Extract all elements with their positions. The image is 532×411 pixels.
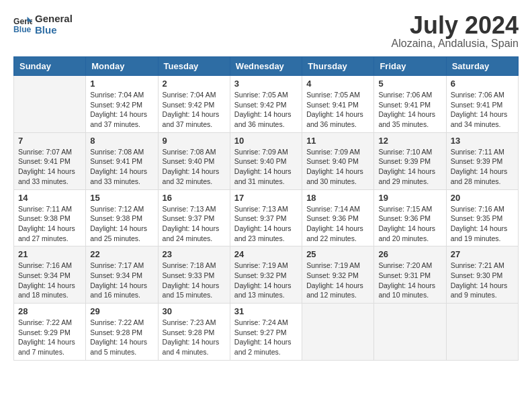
day-number: 2 (163, 79, 226, 89)
calendar-cell: 12Sunrise: 7:10 AMSunset: 9:39 PMDayligh… (374, 132, 446, 189)
day-number: 4 (306, 79, 369, 89)
day-info: Sunrise: 7:10 AMSunset: 9:39 PMDaylight:… (378, 147, 441, 187)
day-number: 30 (163, 306, 226, 316)
month-year-title: July 2024 (392, 13, 519, 38)
day-number: 14 (18, 193, 81, 203)
calendar-cell (14, 76, 86, 133)
calendar-cell: 23Sunrise: 7:18 AMSunset: 9:33 PMDayligh… (158, 246, 230, 304)
calendar-cell: 3Sunrise: 7:05 AMSunset: 9:42 PMDaylight… (230, 76, 302, 133)
calendar-cell: 2Sunrise: 7:04 AMSunset: 9:42 PMDaylight… (158, 76, 230, 133)
day-info: Sunrise: 7:17 AMSunset: 9:34 PMDaylight:… (90, 261, 153, 300)
day-number: 20 (451, 193, 514, 203)
day-number: 22 (90, 249, 153, 259)
day-info: Sunrise: 7:08 AMSunset: 9:40 PMDaylight:… (163, 147, 226, 187)
day-info: Sunrise: 7:16 AMSunset: 9:35 PMDaylight:… (451, 204, 514, 244)
day-info: Sunrise: 7:04 AMSunset: 9:42 PMDaylight:… (163, 90, 226, 130)
day-number: 27 (451, 249, 514, 259)
calendar-cell (446, 304, 518, 361)
day-info: Sunrise: 7:15 AMSunset: 9:36 PMDaylight:… (378, 204, 441, 244)
calendar-cell: 25Sunrise: 7:19 AMSunset: 9:32 PMDayligh… (302, 246, 374, 304)
logo-icon: General Blue (13, 15, 32, 34)
calendar-cell: 16Sunrise: 7:13 AMSunset: 9:37 PMDayligh… (158, 189, 230, 246)
calendar-cell: 13Sunrise: 7:11 AMSunset: 9:39 PMDayligh… (446, 132, 518, 189)
calendar-cell: 19Sunrise: 7:15 AMSunset: 9:36 PMDayligh… (374, 189, 446, 246)
calendar-cell: 30Sunrise: 7:23 AMSunset: 9:28 PMDayligh… (158, 304, 230, 361)
day-info: Sunrise: 7:05 AMSunset: 9:42 PMDaylight:… (234, 90, 298, 130)
day-info: Sunrise: 7:04 AMSunset: 9:42 PMDaylight:… (90, 90, 153, 130)
calendar-cell: 31Sunrise: 7:24 AMSunset: 9:27 PMDayligh… (230, 304, 302, 361)
calendar-header-row: SundayMondayTuesdayWednesdayThursdayFrid… (14, 57, 519, 76)
day-info: Sunrise: 7:12 AMSunset: 9:38 PMDaylight:… (90, 204, 153, 244)
calendar-cell: 18Sunrise: 7:14 AMSunset: 9:36 PMDayligh… (302, 189, 374, 246)
calendar-week-row: 21Sunrise: 7:16 AMSunset: 9:34 PMDayligh… (14, 246, 519, 304)
day-info: Sunrise: 7:09 AMSunset: 9:40 PMDaylight:… (234, 147, 298, 187)
day-info: Sunrise: 7:20 AMSunset: 9:31 PMDaylight:… (378, 261, 441, 300)
day-info: Sunrise: 7:16 AMSunset: 9:34 PMDaylight:… (18, 261, 81, 300)
day-info: Sunrise: 7:22 AMSunset: 9:29 PMDaylight:… (18, 318, 81, 357)
day-info: Sunrise: 7:23 AMSunset: 9:28 PMDaylight:… (163, 318, 226, 357)
day-number: 18 (306, 193, 369, 203)
calendar-week-row: 28Sunrise: 7:22 AMSunset: 9:29 PMDayligh… (14, 304, 519, 361)
day-number: 15 (90, 193, 153, 203)
day-info: Sunrise: 7:13 AMSunset: 9:37 PMDaylight:… (163, 204, 226, 244)
day-info: Sunrise: 7:13 AMSunset: 9:37 PMDaylight:… (234, 204, 298, 244)
day-info: Sunrise: 7:06 AMSunset: 9:41 PMDaylight:… (451, 90, 514, 130)
day-info: Sunrise: 7:21 AMSunset: 9:30 PMDaylight:… (451, 261, 514, 300)
day-info: Sunrise: 7:19 AMSunset: 9:32 PMDaylight:… (306, 261, 369, 300)
day-number: 9 (163, 136, 226, 146)
calendar-cell: 4Sunrise: 7:05 AMSunset: 9:41 PMDaylight… (302, 76, 374, 133)
calendar-cell: 24Sunrise: 7:19 AMSunset: 9:32 PMDayligh… (230, 246, 302, 304)
calendar-cell (374, 304, 446, 361)
calendar-cell: 6Sunrise: 7:06 AMSunset: 9:41 PMDaylight… (446, 76, 518, 133)
day-info: Sunrise: 7:08 AMSunset: 9:41 PMDaylight:… (90, 147, 153, 187)
calendar-cell: 22Sunrise: 7:17 AMSunset: 9:34 PMDayligh… (86, 246, 158, 304)
logo: General Blue General Blue (13, 13, 73, 36)
calendar-cell: 1Sunrise: 7:04 AMSunset: 9:42 PMDaylight… (86, 76, 158, 133)
calendar-table: SundayMondayTuesdayWednesdayThursdayFrid… (13, 56, 519, 361)
calendar-cell (302, 304, 374, 361)
day-number: 21 (18, 249, 81, 259)
day-number: 23 (163, 249, 226, 259)
calendar-cell: 29Sunrise: 7:22 AMSunset: 9:28 PMDayligh… (86, 304, 158, 361)
day-number: 19 (378, 193, 441, 203)
calendar-cell: 21Sunrise: 7:16 AMSunset: 9:34 PMDayligh… (14, 246, 86, 304)
day-number: 5 (378, 79, 441, 89)
calendar-cell: 26Sunrise: 7:20 AMSunset: 9:31 PMDayligh… (374, 246, 446, 304)
day-number: 12 (378, 136, 441, 146)
day-number: 8 (90, 136, 153, 146)
page-header: General Blue General Blue July 2024 Aloz… (13, 13, 519, 50)
day-number: 28 (18, 306, 81, 316)
calendar-cell: 15Sunrise: 7:12 AMSunset: 9:38 PMDayligh… (86, 189, 158, 246)
day-number: 3 (234, 79, 298, 89)
day-number: 16 (163, 193, 226, 203)
day-number: 11 (306, 136, 369, 146)
header-monday: Monday (86, 57, 158, 76)
day-number: 24 (234, 249, 298, 259)
day-number: 6 (451, 79, 514, 89)
day-info: Sunrise: 7:11 AMSunset: 9:38 PMDaylight:… (18, 204, 81, 244)
day-info: Sunrise: 7:14 AMSunset: 9:36 PMDaylight:… (306, 204, 369, 244)
location-subtitle: Alozaina, Andalusia, Spain (392, 38, 519, 50)
day-number: 26 (378, 249, 441, 259)
day-number: 10 (234, 136, 298, 146)
calendar-week-row: 1Sunrise: 7:04 AMSunset: 9:42 PMDaylight… (14, 76, 519, 133)
calendar-cell: 5Sunrise: 7:06 AMSunset: 9:41 PMDaylight… (374, 76, 446, 133)
day-info: Sunrise: 7:24 AMSunset: 9:27 PMDaylight:… (234, 318, 298, 357)
svg-text:Blue: Blue (13, 25, 32, 34)
day-number: 29 (90, 306, 153, 316)
title-area: July 2024 Alozaina, Andalusia, Spain (392, 13, 519, 50)
calendar-cell: 7Sunrise: 7:07 AMSunset: 9:41 PMDaylight… (14, 132, 86, 189)
calendar-cell: 14Sunrise: 7:11 AMSunset: 9:38 PMDayligh… (14, 189, 86, 246)
calendar-body: 1Sunrise: 7:04 AMSunset: 9:42 PMDaylight… (14, 76, 519, 361)
day-number: 31 (234, 306, 298, 316)
day-info: Sunrise: 7:09 AMSunset: 9:40 PMDaylight:… (306, 147, 369, 187)
day-number: 1 (90, 79, 153, 89)
calendar-cell: 8Sunrise: 7:08 AMSunset: 9:41 PMDaylight… (86, 132, 158, 189)
header-wednesday: Wednesday (230, 57, 302, 76)
day-info: Sunrise: 7:07 AMSunset: 9:41 PMDaylight:… (18, 147, 81, 187)
day-info: Sunrise: 7:06 AMSunset: 9:41 PMDaylight:… (378, 90, 441, 130)
calendar-cell: 11Sunrise: 7:09 AMSunset: 9:40 PMDayligh… (302, 132, 374, 189)
calendar-cell: 9Sunrise: 7:08 AMSunset: 9:40 PMDaylight… (158, 132, 230, 189)
day-number: 7 (18, 136, 81, 146)
header-thursday: Thursday (302, 57, 374, 76)
